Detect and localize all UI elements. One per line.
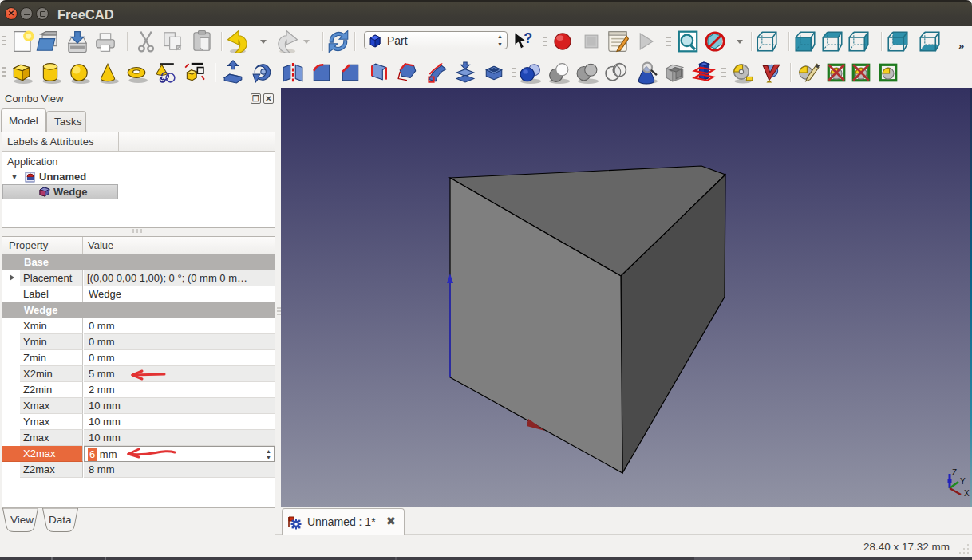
svg-text:X: X	[964, 489, 970, 498]
svg-text:Y: Y	[960, 477, 966, 486]
svg-text:»: »	[958, 40, 964, 52]
svg-text:?: ?	[524, 30, 532, 46]
svg-text:Data: Data	[49, 514, 72, 526]
svg-text:View: View	[10, 514, 34, 526]
svg-text:Z: Z	[952, 468, 957, 477]
